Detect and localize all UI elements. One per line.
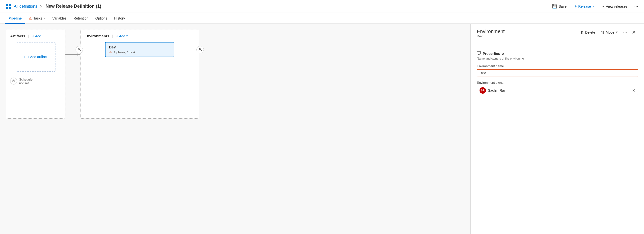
tab-pipeline[interactable]: Pipeline bbox=[5, 13, 25, 24]
add-artifact-icon: + bbox=[24, 55, 26, 59]
env-pre-condition-icon[interactable] bbox=[76, 46, 83, 53]
panel-more-icon[interactable]: ··· bbox=[622, 29, 628, 36]
panel-header: Environment Dev 🗑 Delete ⇅ Move ∨ ··· bbox=[477, 29, 638, 43]
save-button[interactable]: 💾 Save bbox=[550, 3, 568, 10]
section-title: Properties bbox=[483, 52, 500, 56]
environments-box: Environments | + Add ∨ D bbox=[80, 30, 199, 118]
close-panel-button[interactable]: ✕ bbox=[630, 29, 638, 36]
view-releases-icon: ≡ bbox=[602, 4, 604, 8]
env-card-status: ⚠ 1 phase, 1 task bbox=[109, 50, 170, 54]
more-options-icon[interactable]: ··· bbox=[633, 3, 639, 10]
add-artifact-label: + Add artifact bbox=[27, 55, 48, 59]
page-title: New Release Definition (1) bbox=[46, 4, 101, 9]
artifacts-header: Artifacts | + Add bbox=[10, 34, 61, 38]
add-artifact-placeholder[interactable]: + + Add artifact bbox=[16, 42, 56, 72]
panel-title-group: Environment Dev bbox=[477, 29, 504, 43]
section-header: Properties ∧ bbox=[477, 51, 638, 56]
tasks-warning-icon: ⚠ bbox=[29, 16, 32, 20]
artifacts-separator: | bbox=[28, 34, 29, 38]
env-name-label: Environment name bbox=[477, 64, 638, 68]
svg-rect-0 bbox=[6, 4, 8, 6]
move-button[interactable]: ⇅ Move ∨ bbox=[600, 29, 619, 36]
breadcrumb-link[interactable]: All definitions bbox=[14, 4, 37, 9]
move-icon: ⇅ bbox=[601, 30, 604, 35]
owner-field: SR Sachin Raj ✕ bbox=[477, 86, 638, 95]
artifacts-box: Artifacts | + Add + + Add artifact ⏱ Sch… bbox=[6, 30, 66, 118]
environments-header: Environments | + Add ∨ bbox=[84, 34, 195, 38]
owner-clear-button[interactable]: ✕ bbox=[632, 88, 635, 93]
svg-rect-6 bbox=[477, 51, 480, 54]
tasks-chevron-icon: ∨ bbox=[44, 17, 45, 19]
header: All definitions > New Release Definition… bbox=[0, 0, 644, 13]
move-chevron-icon: ∨ bbox=[616, 31, 618, 34]
svg-point-5 bbox=[200, 48, 201, 50]
tab-retention[interactable]: Retention bbox=[70, 13, 92, 24]
tab-variables[interactable]: Variables bbox=[49, 13, 70, 24]
connector-line bbox=[66, 54, 80, 55]
header-right: 💾 Save + Release ∨ ≡ View releases ··· bbox=[550, 3, 639, 10]
panel-subtitle: Dev bbox=[477, 34, 504, 38]
svg-rect-3 bbox=[9, 7, 11, 9]
env-name-input[interactable] bbox=[477, 69, 638, 77]
svg-rect-1 bbox=[9, 4, 11, 6]
env-card-wrapper: Dev ⚠ 1 phase, 1 task bbox=[84, 42, 195, 57]
section-chevron-icon[interactable]: ∧ bbox=[502, 52, 504, 56]
release-chevron-icon: ∨ bbox=[592, 5, 594, 8]
panel-divider-line bbox=[477, 44, 638, 44]
release-plus-icon: + bbox=[574, 4, 577, 9]
section-desc: Name and owners of the environment bbox=[477, 57, 638, 60]
schedule-block: ⏱ Schedulenot set bbox=[10, 78, 61, 85]
env-owner-field: Environment owner SR Sachin Raj ✕ bbox=[477, 81, 638, 95]
env-warning-icon: ⚠ bbox=[109, 50, 112, 54]
panel-actions: 🗑 Delete ⇅ Move ∨ ··· bbox=[578, 29, 628, 36]
artifacts-title: Artifacts bbox=[10, 34, 25, 38]
schedule-icon: ⏱ bbox=[10, 78, 17, 85]
env-name-field: Environment name bbox=[477, 64, 638, 77]
save-icon: 💾 bbox=[552, 4, 557, 9]
nav-tabs: Pipeline ⚠ Tasks ∨ Variables Retention O… bbox=[0, 13, 644, 24]
environments-add-button[interactable]: + Add ∨ bbox=[116, 34, 128, 38]
pipeline-row: Artifacts | + Add + + Add artifact ⏱ Sch… bbox=[6, 30, 464, 118]
delete-icon: 🗑 bbox=[580, 30, 584, 34]
schedule-text: Schedulenot set bbox=[19, 78, 32, 85]
tab-options[interactable]: Options bbox=[92, 13, 111, 24]
environments-title: Environments bbox=[84, 34, 109, 38]
breadcrumb-sep: > bbox=[40, 4, 42, 9]
app-icon bbox=[5, 3, 12, 10]
panel-title: Environment bbox=[477, 29, 504, 34]
header-left: All definitions > New Release Definition… bbox=[5, 3, 101, 10]
main-container: Artifacts | + Add + + Add artifact ⏱ Sch… bbox=[0, 24, 644, 234]
release-button[interactable]: + Release ∨ bbox=[572, 3, 596, 10]
owner-name: Sachin Raj bbox=[488, 89, 632, 92]
close-icon: ✕ bbox=[632, 30, 636, 35]
environments-separator: | bbox=[112, 34, 113, 38]
env-card-name: Dev bbox=[109, 45, 170, 49]
svg-rect-8 bbox=[478, 55, 480, 55]
svg-rect-2 bbox=[6, 7, 8, 9]
properties-section: Properties ∧ Name and owners of the envi… bbox=[477, 51, 638, 99]
pipeline-canvas: Artifacts | + Add + + Add artifact ⏱ Sch… bbox=[0, 24, 470, 234]
view-releases-button[interactable]: ≡ View releases bbox=[600, 3, 630, 9]
right-panel: Environment Dev 🗑 Delete ⇅ Move ∨ ··· bbox=[470, 24, 644, 234]
tab-history[interactable]: History bbox=[111, 13, 128, 24]
artifacts-add-button[interactable]: + Add bbox=[32, 34, 41, 38]
environments-add-chevron: ∨ bbox=[126, 35, 128, 37]
section-icon bbox=[477, 51, 481, 56]
owner-avatar: SR bbox=[480, 87, 486, 94]
env-owner-label: Environment owner bbox=[477, 81, 638, 85]
tab-tasks[interactable]: ⚠ Tasks ∨ bbox=[25, 13, 49, 24]
delete-button[interactable]: 🗑 Delete bbox=[578, 29, 596, 35]
env-post-condition-icon[interactable] bbox=[196, 46, 204, 53]
svg-point-4 bbox=[78, 48, 80, 50]
env-card-dev[interactable]: Dev ⚠ 1 phase, 1 task bbox=[105, 42, 174, 57]
